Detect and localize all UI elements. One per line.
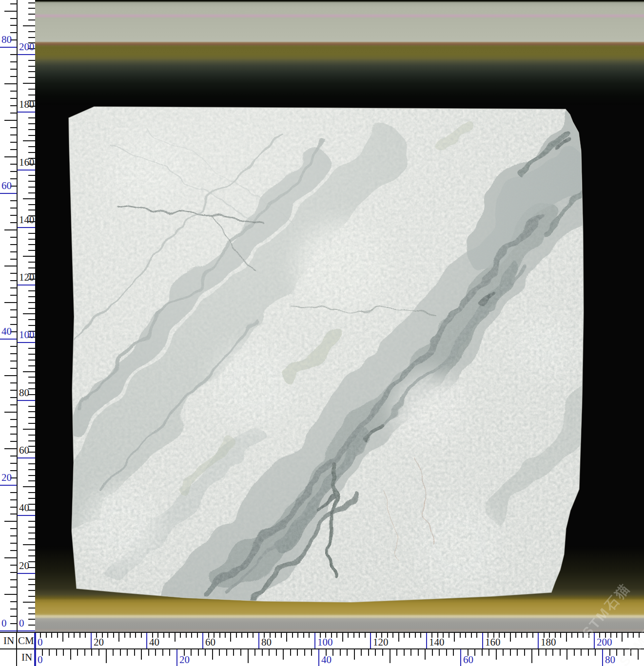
ruler-tick — [28, 95, 35, 95]
ruler-tick — [10, 142, 17, 143]
ruler-tick — [28, 152, 35, 153]
ruler-tick — [169, 633, 170, 638]
ruler-label: 0 — [19, 618, 24, 628]
slab-scan-viewport: 020406080 020406080100120140160180200 02… — [0, 0, 644, 666]
ruler-tick — [269, 649, 270, 656]
ruler-tick — [28, 435, 35, 436]
ruler-tick — [28, 504, 35, 505]
ruler-tick — [439, 649, 440, 656]
ruler-tick — [297, 649, 298, 656]
ruler-tick — [396, 649, 397, 656]
ruler-tick — [515, 633, 516, 638]
ruler-tick — [258, 633, 259, 648]
ruler-tick — [28, 619, 35, 620]
ruler-tick — [23, 602, 35, 603]
ruler-label: 40 — [321, 655, 332, 665]
ruler-tick — [148, 649, 149, 656]
ruler-tick — [4, 594, 17, 595]
ruler-tick — [247, 633, 248, 638]
ruler-tick — [28, 510, 35, 511]
ruler-label: 180 — [541, 637, 556, 647]
ruler-tick — [236, 633, 237, 638]
ruler-tick — [205, 649, 206, 656]
ruler-tick — [10, 25, 17, 26]
ruler-tick — [348, 633, 349, 638]
ruler-label: 20 — [179, 655, 190, 665]
ruler-tick — [120, 649, 121, 656]
ruler-tick — [28, 590, 35, 591]
ruler-tick — [28, 377, 35, 378]
ruler-tick — [91, 649, 92, 656]
ruler-tick — [28, 360, 35, 361]
ruler-tick — [219, 633, 220, 638]
ruler-tick — [10, 3, 17, 4]
ruler-tick — [28, 262, 35, 263]
ruler-tick — [107, 633, 108, 638]
ruler-tick — [162, 649, 163, 656]
ruler-label: 200 — [19, 42, 35, 52]
ruler-label: 120 — [373, 637, 389, 647]
ruler-tick — [241, 633, 242, 638]
ruler-label: 100 — [317, 637, 333, 647]
ruler-tick — [10, 616, 17, 617]
ruler-tick — [124, 633, 125, 638]
ruler-tick — [0, 630, 17, 631]
ruler-tick — [521, 633, 522, 638]
ruler-tick — [134, 649, 135, 656]
ruler-tick — [23, 140, 35, 141]
ruler-tick — [10, 572, 17, 573]
ruler-tick — [10, 456, 17, 457]
ruler-tick — [18, 342, 35, 343]
ruler-tick — [332, 649, 333, 656]
ruler-tick — [304, 649, 305, 656]
ruler-tick — [560, 633, 561, 638]
ruler-tick — [10, 397, 17, 398]
ruler-tick — [23, 371, 35, 372]
ruler-tick — [465, 633, 466, 638]
ruler-label: 0 — [1, 618, 7, 628]
ruler-label: 0 — [38, 655, 43, 665]
ruler-label: 60 — [205, 637, 215, 647]
ruler-tick — [353, 633, 354, 638]
ruler-tick — [28, 555, 35, 556]
ruler-tick — [23, 313, 35, 314]
ruler-tick — [4, 11, 17, 12]
ruler-tick — [141, 649, 142, 660]
ruler-tick — [616, 649, 617, 656]
ruler-tick — [531, 649, 532, 663]
ruler-tick — [28, 71, 35, 72]
ruler-tick — [18, 54, 35, 55]
ruler-tick — [524, 649, 525, 656]
ruler-tick — [588, 649, 589, 656]
unit-label-cm: CM — [18, 636, 34, 646]
ruler-tick — [303, 633, 304, 638]
ruler-tick — [70, 649, 71, 660]
ruler-tick — [23, 198, 35, 199]
corner-divider-horizontal — [0, 648, 35, 649]
ruler-tick — [409, 633, 410, 638]
ruler-tick — [49, 649, 50, 656]
ruler-tick — [309, 633, 310, 638]
ruler-tick — [10, 127, 17, 128]
ruler-tick — [10, 273, 17, 274]
ruler-tick — [10, 149, 17, 150]
ruler-tick — [91, 633, 92, 648]
ruler-label: 20 — [19, 561, 29, 571]
ruler-tick — [28, 181, 35, 182]
ruler-tick — [254, 649, 255, 656]
ruler-tick — [566, 649, 567, 660]
ruler-tick — [10, 470, 17, 471]
ruler-tick — [10, 171, 17, 172]
ruler-tick — [370, 633, 371, 648]
ruler-tick — [28, 365, 35, 366]
ruler-tick — [62, 633, 63, 642]
ruler-tick — [404, 633, 405, 638]
ruler-tick — [354, 649, 355, 660]
ruler-tick — [10, 609, 17, 609]
ruler-tick — [476, 633, 477, 638]
ruler-tick — [28, 146, 35, 147]
ruler-tick — [0, 47, 17, 48]
ruler-tick — [368, 649, 369, 656]
ruler-tick — [4, 375, 17, 376]
ruler-tick — [28, 8, 35, 9]
